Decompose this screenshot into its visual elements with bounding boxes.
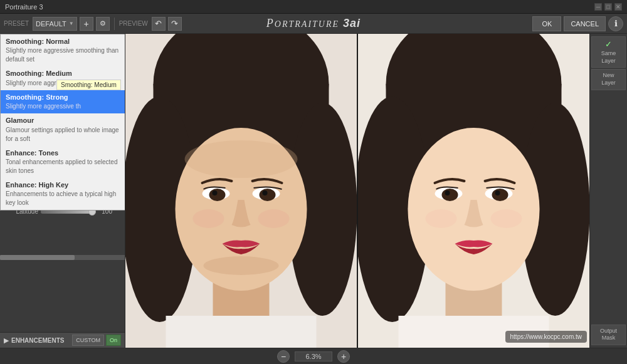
- dropdown-item-enhance-tones[interactable]: Enhance: Tones Tonal enhancements applie…: [1, 146, 125, 178]
- svg-point-11: [260, 189, 276, 201]
- svg-point-17: [193, 209, 224, 228]
- enhancements-label: ENHANCEMENTS: [11, 337, 64, 344]
- svg-point-29: [442, 189, 458, 201]
- svg-point-10: [209, 189, 226, 201]
- dropdown-item-strong[interactable]: Smoothing: Strong Slightly more aggressi…: [1, 90, 125, 113]
- main-layout: Smoothing: Normal Slightly more aggressi…: [0, 34, 627, 348]
- zoom-value: 6.3%: [295, 351, 332, 361]
- right-panel: ✓ SameLayer NewLayer OutputMask: [589, 34, 627, 348]
- add-preset-button[interactable]: +: [80, 17, 93, 31]
- dropdown-item-normal[interactable]: Smoothing: Normal Slightly more aggressi…: [1, 34, 125, 66]
- output-mask-label: OutputMask: [593, 328, 624, 342]
- same-layer-label: SameLayer: [593, 50, 624, 65]
- ok-button[interactable]: OK: [532, 16, 561, 31]
- titlebar-title: Portraiture 3: [5, 3, 43, 11]
- svg-point-7: [185, 140, 298, 178]
- undo-button[interactable]: ↶: [152, 17, 166, 31]
- maximize-button[interactable]: □: [604, 3, 612, 11]
- svg-point-32: [495, 190, 500, 195]
- zoom-in-button[interactable]: +: [337, 350, 350, 363]
- enhancements-arrow-icon: ▶: [4, 336, 9, 345]
- checkmark-icon: ✓: [593, 39, 624, 50]
- svg-point-31: [445, 190, 450, 195]
- same-layer-button[interactable]: ✓ SameLayer: [591, 36, 626, 68]
- tooltip: Smoothing: Medium: [56, 80, 121, 90]
- svg-point-30: [492, 189, 508, 201]
- enhancements-header[interactable]: ▶ ENHANCEMENTS CUSTOM On: [0, 332, 125, 348]
- new-layer-label: NewLayer: [593, 72, 624, 86]
- custom-button[interactable]: CUSTOM: [72, 335, 104, 346]
- new-layer-button[interactable]: NewLayer: [591, 69, 626, 90]
- minimize-button[interactable]: ─: [594, 3, 602, 11]
- preset-dropdown[interactable]: DEFAULT ▼: [33, 17, 77, 31]
- titlebar-controls: ─ □ ✕: [594, 3, 622, 11]
- bottombar: − 6.3% +: [0, 348, 627, 364]
- watermark: https://www.kocpc.com.tw: [505, 331, 587, 343]
- settings-button[interactable]: ⚙: [96, 17, 110, 31]
- cancel-button[interactable]: CANCEL: [564, 16, 606, 31]
- right-image-panel: [357, 34, 589, 348]
- enhancements-on-button[interactable]: On: [106, 335, 121, 346]
- svg-point-13: [263, 190, 268, 195]
- preview-label: PREVIEW: [119, 20, 148, 27]
- left-face-image: [125, 34, 357, 348]
- zoom-out-button[interactable]: −: [277, 350, 290, 363]
- info-button[interactable]: ℹ: [608, 16, 623, 31]
- titlebar: Portraiture 3 ─ □ ✕: [0, 0, 627, 14]
- svg-point-12: [213, 190, 218, 195]
- svg-point-16: [204, 256, 279, 275]
- left-panel: Smoothing: Normal Slightly more aggressi…: [0, 34, 125, 348]
- redo-button[interactable]: ↷: [168, 17, 182, 31]
- left-panel-content: Smoothing: Normal Slightly more aggressi…: [0, 34, 125, 348]
- svg-rect-15: [166, 316, 317, 348]
- left-image-panel: [125, 34, 357, 348]
- svg-point-34: [426, 209, 457, 228]
- app-title: PORTRAITURE 3ai: [266, 17, 361, 30]
- image-area: https://www.kocpc.com.tw: [125, 34, 589, 348]
- right-face-image: [358, 34, 589, 348]
- chevron-down-icon: ▼: [69, 21, 74, 26]
- dropdown-item-glamour[interactable]: Glamour Glamour settings applied to whol…: [1, 113, 125, 145]
- toolbar: PRESET DEFAULT ▼ + ⚙ PREVIEW ↶ ↷ PORTRAI…: [0, 14, 627, 34]
- svg-point-18: [258, 209, 290, 228]
- close-button[interactable]: ✕: [614, 3, 622, 11]
- output-mask-button[interactable]: OutputMask: [591, 325, 626, 345]
- dropdown-item-enhance-highkey[interactable]: Enhance: High Key Enhancements to achiev…: [1, 178, 125, 210]
- toolbar-separator: [114, 18, 115, 30]
- preset-label: PRESET: [4, 20, 29, 27]
- svg-point-35: [491, 209, 522, 228]
- preset-dropdown-menu: Smoothing: Normal Slightly more aggressi…: [0, 34, 125, 211]
